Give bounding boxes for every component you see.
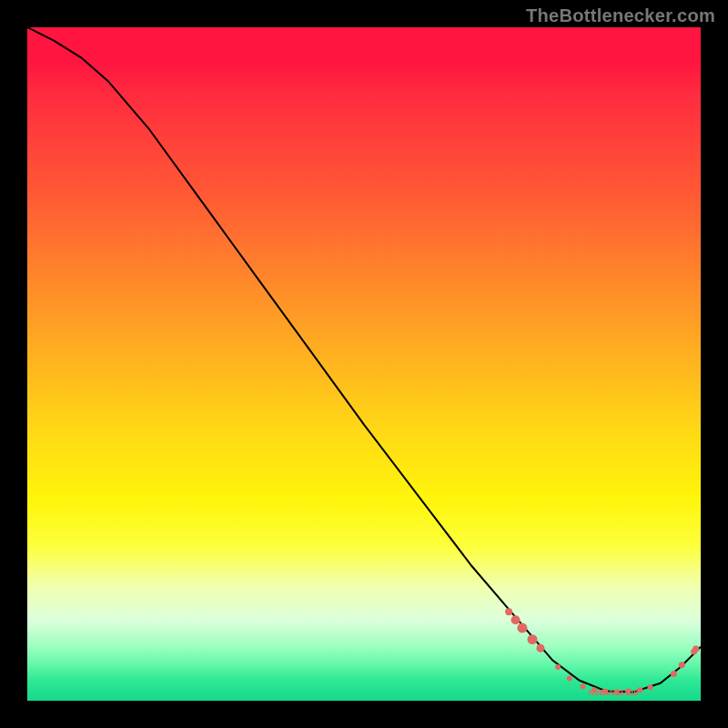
data-marker — [536, 644, 544, 652]
data-marker — [693, 646, 699, 652]
data-marker — [555, 664, 561, 670]
data-markers — [505, 608, 699, 694]
chart-stage: TheBottlenecker.com NVIDIA GF119 — [0, 0, 728, 728]
data-marker — [637, 687, 642, 693]
x-axis-line — [25, 701, 703, 703]
plot-area: NVIDIA GF119 — [27, 27, 701, 701]
data-marker — [567, 676, 572, 682]
data-marker — [505, 608, 512, 615]
data-marker — [511, 615, 521, 624]
data-marker — [671, 671, 677, 677]
data-marker — [517, 623, 527, 633]
watermark-text: TheBottlenecker.com — [526, 5, 715, 26]
axis-label: NVIDIA GF119 — [589, 688, 639, 697]
data-marker — [679, 662, 685, 668]
chart-svg: NVIDIA GF119 — [27, 27, 701, 701]
bottleneck-curve — [27, 27, 701, 692]
data-marker — [528, 634, 538, 644]
data-marker — [648, 684, 653, 690]
data-marker — [581, 684, 586, 690]
